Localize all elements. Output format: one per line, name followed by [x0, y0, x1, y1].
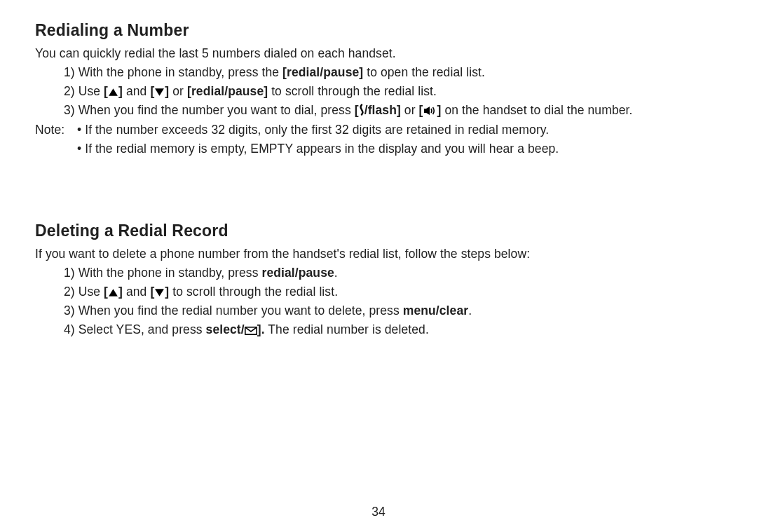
text: to scroll through the redial list.: [268, 84, 437, 98]
text: on the handset to dial the number.: [441, 103, 632, 117]
section1-notes: Note: • If the number exceeds 32 digits,…: [35, 121, 722, 158]
down-arrow-icon: [154, 88, 165, 97]
text: 2) Use: [64, 285, 104, 299]
bold-key: [redial/pause]: [282, 65, 363, 79]
text: and: [123, 285, 150, 299]
section-heading-redial: Redialing a Number: [35, 21, 722, 40]
section1-step2: 2) Use [] and [] or [redial/pause] to sc…: [64, 82, 722, 101]
envelope-icon: [245, 327, 257, 335]
text: 3) When you find the number you want to …: [64, 103, 355, 117]
text: to open the redial list.: [363, 65, 485, 79]
bold-key: redial/pause: [261, 266, 334, 280]
talk-flash-icon: [359, 104, 364, 116]
section2-step4: 4) Select YES, and press select/]. The r…: [64, 320, 722, 339]
speaker-icon: [423, 106, 437, 116]
bold-key: /flash]: [364, 103, 401, 117]
text: 2) Use: [64, 84, 104, 98]
section1-step3: 3) When you find the number you want to …: [64, 101, 722, 120]
text: and: [123, 84, 150, 98]
bold-key: menu/clear: [403, 303, 468, 318]
text: or: [169, 84, 187, 98]
up-arrow-icon: [108, 288, 118, 297]
text: 1) With the phone in standby, press the: [64, 65, 282, 79]
section2-step2: 2) Use [] and [] to scroll through the r…: [64, 282, 722, 301]
bold-key: redial/pause]: [191, 84, 268, 98]
text: 1) With the phone in standby, press: [64, 266, 261, 280]
note-line: • If the redial memory is empty, EMPTY a…: [77, 139, 559, 158]
text: .: [334, 266, 338, 280]
section2-step3: 3) When you find the redial number you w…: [64, 301, 722, 320]
section-heading-delete: Deleting a Redial Record: [35, 221, 722, 240]
section1-intro: You can quickly redial the last 5 number…: [35, 44, 722, 63]
text: 3) When you find the redial number you w…: [64, 303, 403, 318]
bold-key: select/: [206, 322, 245, 336]
section2-step1: 1) With the phone in standby, press redi…: [64, 264, 722, 282]
page-number: 34: [0, 505, 757, 519]
text: 4) Select YES, and press: [64, 322, 206, 336]
note-label: Note:: [35, 121, 77, 158]
section1-step1: 1) With the phone in standby, press the …: [64, 63, 722, 82]
section2-intro: If you want to delete a phone number fro…: [35, 245, 722, 264]
note-line: • If the number exceeds 32 digits, only …: [77, 121, 559, 139]
text: The redial number is deleted.: [265, 322, 429, 336]
text: to scroll through the redial list.: [169, 285, 338, 299]
up-arrow-icon: [108, 88, 118, 97]
down-arrow-icon: [154, 288, 165, 297]
text: or: [401, 103, 419, 117]
text: .: [468, 303, 472, 318]
